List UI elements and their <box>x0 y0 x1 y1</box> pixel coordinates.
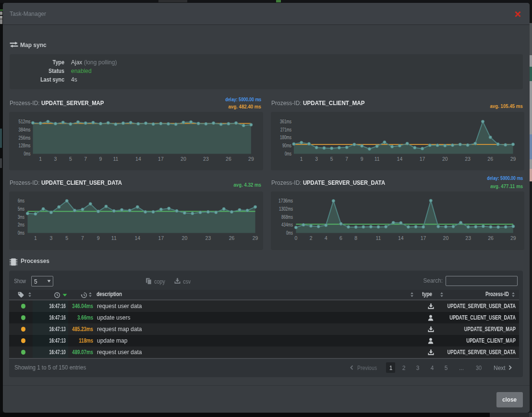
svg-text:1: 1 <box>34 235 37 241</box>
svg-text:4: 4 <box>324 235 327 241</box>
svg-text:8: 8 <box>354 235 357 241</box>
svg-text:17: 17 <box>419 156 425 162</box>
svg-text:11: 11 <box>113 156 118 162</box>
svg-text:361ms: 361ms <box>280 119 291 124</box>
svg-text:5: 5 <box>65 235 68 241</box>
svg-text:17: 17 <box>420 235 426 241</box>
svg-text:0ms: 0ms <box>18 230 24 236</box>
svg-text:3ms: 3ms <box>18 214 24 220</box>
svg-text:1: 1 <box>39 156 42 162</box>
svg-text:29: 29 <box>248 156 254 162</box>
svg-text:14: 14 <box>398 235 403 241</box>
svg-text:7: 7 <box>84 156 87 162</box>
svg-text:26: 26 <box>229 235 235 241</box>
svg-text:6: 6 <box>339 235 342 241</box>
svg-text:26: 26 <box>488 235 494 241</box>
svg-text:2: 2 <box>309 235 312 241</box>
svg-text:128ms: 128ms <box>19 143 31 148</box>
svg-text:3: 3 <box>315 156 318 162</box>
svg-text:7: 7 <box>345 156 348 162</box>
svg-text:14: 14 <box>134 235 140 241</box>
svg-text:384ms: 384ms <box>19 127 31 132</box>
svg-text:5: 5 <box>330 156 333 162</box>
svg-text:23: 23 <box>465 156 471 162</box>
svg-text:0: 0 <box>294 235 297 241</box>
svg-text:9: 9 <box>99 156 102 162</box>
svg-text:256ms: 256ms <box>19 135 31 141</box>
svg-text:11: 11 <box>375 235 381 241</box>
svg-text:868ms: 868ms <box>281 214 293 220</box>
svg-text:23: 23 <box>206 235 211 241</box>
svg-text:29: 29 <box>510 156 516 162</box>
svg-text:17: 17 <box>158 235 164 241</box>
svg-text:1302ms: 1302ms <box>279 206 293 212</box>
svg-text:5: 5 <box>69 156 72 162</box>
svg-text:271ms: 271ms <box>280 127 291 132</box>
svg-text:0ms: 0ms <box>285 151 291 156</box>
svg-text:11: 11 <box>111 235 117 241</box>
svg-text:6ms: 6ms <box>18 198 24 203</box>
svg-text:5ms: 5ms <box>18 206 24 212</box>
svg-text:20: 20 <box>443 235 448 241</box>
svg-text:23: 23 <box>203 156 209 162</box>
svg-text:512ms: 512ms <box>19 119 31 124</box>
svg-text:23: 23 <box>465 235 471 241</box>
svg-text:26: 26 <box>226 156 231 162</box>
svg-text:20: 20 <box>181 156 186 162</box>
svg-text:20: 20 <box>442 156 447 162</box>
svg-text:11: 11 <box>374 156 379 162</box>
svg-text:1: 1 <box>300 156 302 162</box>
svg-text:1736ms: 1736ms <box>278 198 293 203</box>
svg-text:29: 29 <box>253 235 258 241</box>
svg-text:9: 9 <box>360 156 363 162</box>
svg-text:434ms: 434ms <box>281 222 293 227</box>
svg-text:0ms: 0ms <box>286 230 293 236</box>
svg-text:26: 26 <box>487 156 493 162</box>
svg-text:180ms: 180ms <box>280 134 291 140</box>
svg-text:3: 3 <box>50 235 53 241</box>
svg-text:14: 14 <box>397 156 402 162</box>
svg-text:2ms: 2ms <box>18 222 24 227</box>
svg-text:90ms: 90ms <box>282 143 291 148</box>
svg-text:29: 29 <box>510 235 516 241</box>
svg-text:3: 3 <box>54 156 57 162</box>
svg-text:14: 14 <box>135 156 141 162</box>
svg-text:17: 17 <box>158 156 164 162</box>
svg-text:20: 20 <box>182 235 188 241</box>
svg-text:7: 7 <box>81 235 84 241</box>
svg-text:9: 9 <box>97 235 100 241</box>
svg-text:0ms: 0ms <box>24 151 31 156</box>
